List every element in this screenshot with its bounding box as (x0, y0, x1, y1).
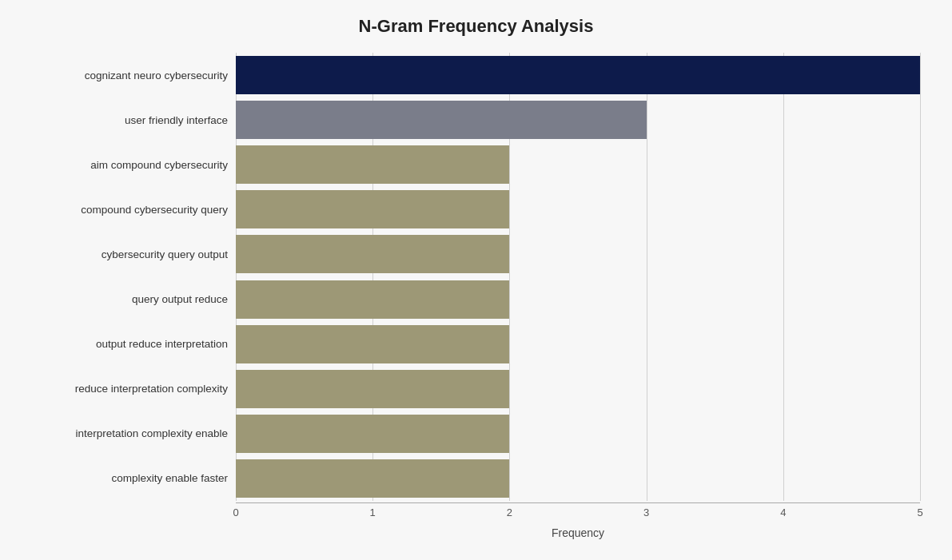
x-tick-label: 2 (507, 506, 512, 518)
x-axis: 012345 (236, 502, 920, 522)
bar-fill (236, 101, 647, 139)
x-tick-label: 4 (780, 506, 786, 518)
x-tick-label: 1 (370, 506, 376, 518)
x-tick-label: 5 (917, 506, 922, 518)
x-axis-label: Frequency (236, 526, 920, 539)
bar-label: query output reduce (32, 276, 236, 321)
bar-fill (236, 190, 509, 228)
bar-label: cognizant neuro cybersecurity (32, 53, 236, 97)
bar-label: output reduce interpretation (32, 322, 236, 367)
bar-fill (236, 235, 509, 273)
bar-label: complexity enable faster (32, 456, 236, 501)
bar-fill (236, 145, 509, 184)
x-tick-label: 0 (233, 506, 238, 518)
bar-label: cybersecurity query output (32, 232, 236, 276)
chart-title: N-Gram Frequency Analysis (32, 16, 920, 37)
bar-label: compound cybersecurity query (32, 187, 236, 232)
grid-line (920, 53, 921, 501)
bar-label: interpretation complexity enable (32, 411, 236, 456)
bar-label: aim compound cybersecurity (32, 142, 236, 187)
bar-row (236, 367, 920, 411)
bar-fill (236, 280, 509, 319)
bar-row (236, 456, 920, 501)
bar-row (236, 53, 920, 97)
bar-row (236, 142, 920, 187)
plot-area (236, 53, 920, 501)
bar-fill (236, 325, 509, 363)
bar-label: user friendly interface (32, 97, 236, 142)
x-tick-label: 3 (643, 506, 649, 518)
bar-fill (236, 370, 509, 408)
bar-row (236, 232, 920, 276)
bar-row (236, 411, 920, 456)
bar-row (236, 187, 920, 232)
bar-fill (236, 459, 509, 498)
bar-row (236, 276, 920, 321)
bar-row (236, 97, 920, 142)
bar-fill (236, 415, 509, 453)
labels-column: cognizant neuro cybersecurityuser friend… (32, 53, 236, 501)
bar-row (236, 322, 920, 367)
bar-fill (236, 56, 920, 94)
bar-label: reduce interpretation complexity (32, 367, 236, 411)
chart-container: N-Gram Frequency Analysis cognizant neur… (0, 0, 952, 560)
